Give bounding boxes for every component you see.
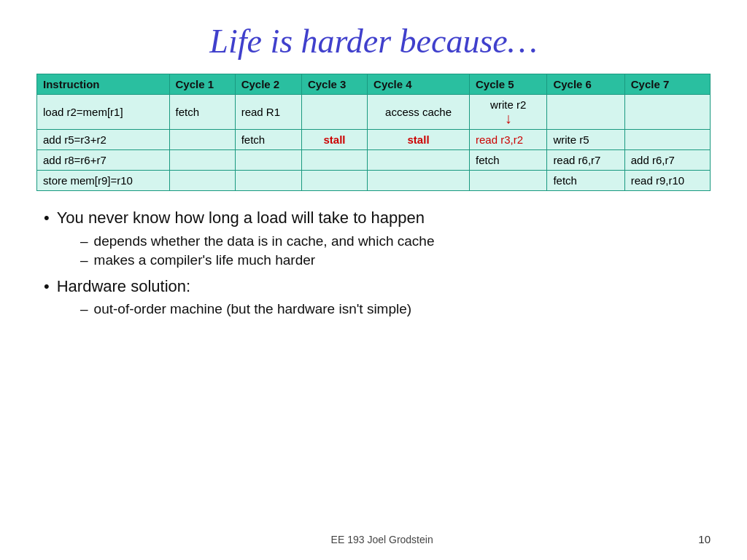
cell-c7: read r9,r10 — [624, 171, 710, 191]
cell-c2: read R1 — [235, 95, 301, 130]
col-cycle7: Cycle 7 — [624, 74, 710, 95]
cell-c4 — [368, 150, 470, 171]
sub-dash: – — [80, 233, 88, 249]
footer-credit: EE 193 Joel Grodstein — [66, 534, 698, 545]
table-row: store mem[r9]=r10 fetch read r9,r10 — [37, 171, 711, 191]
sub-bullet-text: depends whether the data is in cache, an… — [94, 233, 435, 249]
footer-page: 10 — [698, 533, 711, 545]
cell-c6: read r6,r7 — [547, 150, 624, 171]
cell-c4 — [368, 171, 470, 191]
cell-c5 — [469, 171, 546, 191]
cell-c7 — [624, 95, 710, 130]
cell-c4: stall — [368, 130, 470, 150]
footer: EE 193 Joel Grodstein 10 — [36, 526, 711, 545]
col-cycle6: Cycle 6 — [547, 74, 624, 95]
down-arrow-icon: ↓ — [476, 111, 541, 125]
bullet-section: • You never know how long a load will ta… — [36, 207, 711, 526]
cell-c3: stall — [301, 130, 367, 150]
col-cycle1: Cycle 1 — [169, 74, 235, 95]
table-row: add r5=r3+r2 fetch stall stall read r3,r… — [37, 130, 711, 150]
cell-c7: add r6,r7 — [624, 150, 710, 171]
sub-bullet-item: – depends whether the data is in cache, … — [80, 233, 711, 249]
cell-c5: write r2 ↓ — [469, 95, 546, 130]
col-cycle4: Cycle 4 — [368, 74, 470, 95]
cell-c3 — [301, 150, 367, 171]
cell-instruction: load r2=mem[r1] — [37, 95, 170, 130]
sub-bullet-text: out-of-order machine (but the hardware i… — [94, 301, 412, 317]
cell-c1 — [169, 150, 235, 171]
sub-dash: – — [80, 252, 88, 268]
col-instruction: Instruction — [37, 74, 170, 95]
table-row: load r2=mem[r1] fetch read R1 access cac… — [37, 95, 711, 130]
cell-c7 — [624, 130, 710, 150]
slide: Life is harder because… Instruction Cycl… — [0, 0, 747, 560]
cell-instruction: store mem[r9]=r10 — [37, 171, 170, 191]
sub-bullet-text: makes a compiler's life much harder — [94, 252, 316, 268]
sub-bullets: – depends whether the data is in cache, … — [80, 233, 711, 268]
cell-c2 — [235, 150, 301, 171]
sub-bullet-item: – out-of-order machine (but the hardware… — [80, 301, 711, 317]
col-cycle2: Cycle 2 — [235, 74, 301, 95]
cell-c2: fetch — [235, 130, 301, 150]
table-row: add r8=r6+r7 fetch read r6,r7 add r6,r7 — [37, 150, 711, 171]
bullet-main-item: • Hardware solution: — [44, 276, 711, 298]
sub-bullets: – out-of-order machine (but the hardware… — [80, 301, 711, 317]
sub-bullet-item: – makes a compiler's life much harder — [80, 252, 711, 268]
col-cycle3: Cycle 3 — [301, 74, 367, 95]
cell-instruction: add r8=r6+r7 — [37, 150, 170, 171]
bullet-text: Hardware solution: — [57, 276, 711, 298]
bullet-dot: • — [44, 277, 50, 296]
cell-c5: fetch — [469, 150, 546, 171]
bullet-main-item: • You never know how long a load will ta… — [44, 207, 711, 229]
bullet-dot: • — [44, 209, 50, 228]
cell-c1: fetch — [169, 95, 235, 130]
cell-c1 — [169, 171, 235, 191]
cell-c3 — [301, 95, 367, 130]
cell-c6: fetch — [547, 171, 624, 191]
cell-c5: read r3,r2 — [469, 130, 546, 150]
sub-dash: – — [80, 301, 88, 317]
cell-c6: write r5 — [547, 130, 624, 150]
cell-instruction: add r5=r3+r2 — [37, 130, 170, 150]
table-header-row: Instruction Cycle 1 Cycle 2 Cycle 3 Cycl… — [37, 74, 711, 95]
col-cycle5: Cycle 5 — [469, 74, 546, 95]
cell-c4: access cache — [368, 95, 470, 130]
cell-c6 — [547, 95, 624, 130]
cell-c1 — [169, 130, 235, 150]
cell-c3 — [301, 171, 367, 191]
pipeline-table: Instruction Cycle 1 Cycle 2 Cycle 3 Cycl… — [36, 74, 711, 191]
cell-c2 — [235, 171, 301, 191]
slide-title: Life is harder because… — [36, 22, 711, 61]
bullet-text: You never know how long a load will take… — [57, 207, 711, 229]
